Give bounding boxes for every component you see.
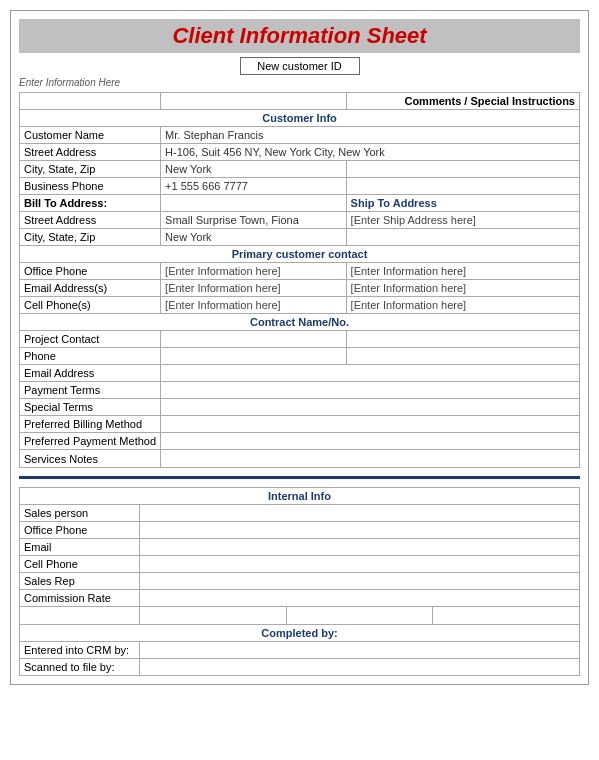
section-divider <box>19 476 580 479</box>
customer-name-label: Customer Name <box>20 127 161 144</box>
bill-city-value: New York <box>161 229 347 246</box>
cell-phone-label: Cell Phone(s) <box>20 297 161 314</box>
office-phone-col1: [Enter Information here] <box>161 263 347 280</box>
email-address-contract-label: Email Address <box>20 365 161 382</box>
office-phone-label: Office Phone <box>20 263 161 280</box>
bill-street-value: Small Surprise Town, Fiona <box>161 212 347 229</box>
customer-name-value: Mr. Stephan Francis <box>161 127 580 144</box>
business-phone-label: Business Phone <box>20 178 161 195</box>
preferred-billing-label: Preferred Billing Method <box>20 416 161 433</box>
city-state-zip-value: New York <box>161 161 347 178</box>
phone-label: Phone <box>20 348 161 365</box>
page-title: Client Information Sheet <box>19 19 580 53</box>
internal-office-phone-label: Office Phone <box>20 522 140 539</box>
comments-header: Comments / Special Instructions <box>346 93 579 110</box>
internal-cell-phone-label: Cell Phone <box>20 556 140 573</box>
office-phone-col2: [Enter Information here] <box>346 263 579 280</box>
email-col2: [Enter Information here] <box>346 280 579 297</box>
primary-contact-header: Primary customer contact <box>20 246 580 263</box>
business-phone-value: +1 555 666 7777 <box>161 178 347 195</box>
bill-to-label: Bill To Address: <box>20 195 161 212</box>
new-customer-id: New customer ID <box>240 57 360 75</box>
enter-info-label: Enter Information Here <box>19 77 580 88</box>
preferred-payment-label: Preferred Payment Method <box>20 433 161 450</box>
city-state-zip-label: City, State, Zip <box>20 161 161 178</box>
internal-info-table: Internal Info Sales person Office Phone … <box>19 487 580 676</box>
ship-to-label: Ship To Address <box>346 195 579 212</box>
street-address-label: Street Address <box>20 144 161 161</box>
payment-terms-label: Payment Terms <box>20 382 161 399</box>
customer-info-header: Customer Info <box>20 110 580 127</box>
internal-email-label: Email <box>20 539 140 556</box>
email-address-label: Email Address(s) <box>20 280 161 297</box>
project-contact-label: Project Contact <box>20 331 161 348</box>
commission-rate-label: Commission Rate <box>20 590 140 607</box>
internal-info-header: Internal Info <box>20 488 580 505</box>
bill-city-label: City, State, Zip <box>20 229 161 246</box>
street-address-value: H-106, Suit 456 NY, New York City, New Y… <box>161 144 580 161</box>
cell-col1: [Enter Information here] <box>161 297 347 314</box>
page-wrapper: Client Information Sheet New customer ID… <box>10 10 589 685</box>
contract-header: Contract Name/No. <box>20 314 580 331</box>
email-col1: [Enter Information here] <box>161 280 347 297</box>
services-notes-label: Services Notes <box>20 450 161 468</box>
cell-col2: [Enter Information here] <box>346 297 579 314</box>
entered-crm-label: Entered into CRM by: <box>20 642 140 659</box>
completed-by-header: Completed by: <box>20 625 580 642</box>
customer-info-table: Comments / Special Instructions Customer… <box>19 92 580 468</box>
ship-address-placeholder: [Enter Ship Address here] <box>346 212 579 229</box>
special-terms-label: Special Terms <box>20 399 161 416</box>
salesperson-label: Sales person <box>20 505 140 522</box>
bill-street-label: Street Address <box>20 212 161 229</box>
sales-rep-label: Sales Rep <box>20 573 140 590</box>
scanned-file-label: Scanned to file by: <box>20 659 140 676</box>
